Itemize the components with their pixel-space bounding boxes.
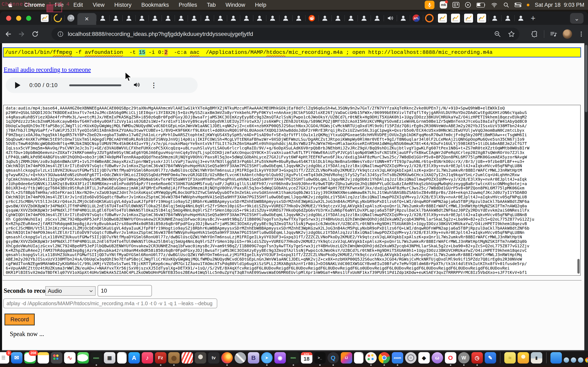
tab-person-17[interactable] — [266, 11, 279, 25]
minimize-window-button[interactable] — [16, 16, 21, 21]
tab-person-15[interactable] — [240, 11, 253, 25]
reload-button[interactable] — [30, 29, 40, 39]
tab-chrome-gray-2[interactable] — [64, 11, 77, 25]
zoom-out-page-icon[interactable] — [494, 30, 502, 38]
close-tab-icon[interactable]: ✕ — [85, 16, 89, 22]
media-type-select[interactable]: Audio — [45, 286, 95, 296]
menu-item-bookmarks[interactable]: Bookmarks — [136, 0, 174, 10]
dock-mini-window-1[interactable] — [564, 358, 569, 363]
dock-apple-tv[interactable]: tv — [208, 352, 219, 364]
dock-mail[interactable]: ✉ — [11, 352, 22, 364]
tab-ring-29[interactable] — [423, 11, 436, 25]
dock-screenshot-preview[interactable]: ▮ — [531, 352, 542, 364]
menu-item-profiles[interactable]: Profiles — [174, 0, 202, 10]
player-overflow-menu[interactable]: ⋮ — [151, 81, 158, 89]
chrome-menu-icon[interactable] — [577, 30, 585, 38]
seconds-input[interactable]: 10 — [98, 285, 152, 296]
tab-person-34[interactable] — [488, 11, 501, 25]
menubar-app-mk-icon[interactable]: mk — [440, 1, 447, 8]
back-button[interactable] — [3, 29, 13, 39]
tab-active-3[interactable]: ✕ — [77, 13, 96, 25]
tab-speaker-26[interactable] — [384, 11, 397, 25]
dock-pixel-art[interactable] — [365, 352, 377, 364]
dock-document-2[interactable] — [354, 352, 363, 364]
tab-person-4[interactable] — [96, 11, 109, 25]
dock-podcasts[interactable]: ◉ — [274, 352, 286, 364]
dock-bbedit[interactable]: B — [248, 352, 259, 364]
tab-person-10[interactable] — [174, 11, 188, 25]
dock-terminal-exec[interactable]: exec — [91, 352, 102, 364]
dock-intellij[interactable]: IJ — [341, 352, 352, 364]
menu-item-help[interactable]: Help — [250, 0, 271, 10]
tab-reddit-20[interactable] — [305, 11, 318, 25]
menu-item-edit[interactable]: Edit — [69, 0, 88, 10]
dock-disabled-cam[interactable] — [234, 352, 246, 364]
omnibox[interactable]: localhost:8888/recording_ideas.php?hgfjg… — [52, 28, 519, 40]
page-scrollbar-thumb[interactable] — [585, 45, 587, 112]
player-seekbar[interactable] — [69, 84, 121, 86]
tab-person-8[interactable] — [148, 11, 162, 25]
dock-safari[interactable]: ➤ — [261, 352, 273, 364]
dock-news[interactable] — [182, 352, 193, 364]
dock-reminders[interactable]: ☰3 — [0, 352, 9, 364]
tab-person-18[interactable] — [279, 11, 292, 25]
tab-person-22[interactable] — [331, 11, 345, 25]
dock-launchpad[interactable] — [51, 352, 62, 364]
tab-person-6[interactable] — [122, 11, 135, 25]
tab-person-9[interactable] — [162, 11, 174, 25]
tab-person-13[interactable] — [214, 11, 227, 25]
control-center-icon[interactable] — [515, 2, 521, 7]
dock-messages[interactable]: 208 — [24, 352, 36, 364]
dock-iphone-mirroring[interactable]: ▦ — [104, 352, 115, 364]
dock-calendar[interactable]: 18APR — [301, 352, 312, 364]
tab-person-25[interactable] — [371, 11, 384, 25]
tab-person-11[interactable] — [188, 11, 201, 25]
dock-lightbulb[interactable] — [518, 352, 529, 364]
media-controls-icon[interactable] — [550, 30, 557, 38]
profile-avatar[interactable] — [563, 29, 572, 39]
url-text[interactable]: localhost:8888/recording_ideas.php?hgfjg… — [68, 31, 253, 37]
site-info-icon[interactable] — [57, 30, 64, 38]
dock-mini-window-2[interactable] — [571, 358, 576, 363]
page-scrollbar[interactable] — [584, 43, 588, 351]
spotlight-icon[interactable] — [503, 2, 509, 8]
fullscreen-window-button[interactable] — [26, 16, 31, 21]
tab-person-23[interactable] — [345, 11, 357, 25]
tab-search-button[interactable]: ⌄ — [570, 13, 584, 24]
dock-briefcase[interactable] — [168, 352, 180, 364]
menu-item-view[interactable]: View — [88, 0, 109, 10]
bookmark-star-icon[interactable] — [508, 30, 515, 38]
volume-icon[interactable] — [133, 81, 140, 89]
recording-mic-indicator[interactable] — [425, 1, 434, 9]
dock-zoom[interactable]: zoom — [392, 352, 403, 364]
tab-person-19[interactable] — [292, 11, 305, 25]
dock-gray-wolf[interactable]: W — [458, 352, 470, 364]
dock-opera[interactable]: O — [445, 352, 456, 364]
dock-purple-pet[interactable]: ω — [432, 352, 443, 364]
menu-item-tab[interactable]: Tab — [202, 0, 221, 10]
dock-stickies[interactable]: ≈ — [504, 352, 516, 364]
menu-item-window[interactable]: Window — [221, 0, 250, 10]
tab-person-7[interactable] — [135, 11, 148, 25]
audio-player[interactable]: 0:00 / 0:10 ⋮ — [6, 77, 198, 93]
dock-document[interactable] — [117, 352, 127, 364]
tab-afl-28[interactable]: AFL — [410, 11, 423, 25]
tab-person-24[interactable] — [357, 11, 371, 25]
tab-person-5[interactable] — [109, 11, 122, 25]
ffmpeg-command-input[interactable]: /usr/local/bin/ffmpeg -f avfoundation -t… — [3, 47, 581, 58]
dock-pen-tool[interactable]: ✎ — [485, 352, 496, 364]
extensions-icon[interactable] — [531, 30, 539, 38]
dock-notes[interactable] — [38, 352, 49, 364]
dock-system-settings[interactable] — [405, 352, 416, 364]
tab-person-35[interactable] — [501, 11, 514, 25]
dock-quicktime[interactable]: Q — [328, 352, 339, 364]
tab-chart-thumb-33[interactable] — [475, 11, 488, 25]
dock-mini-chrome-window[interactable] — [585, 358, 588, 363]
window-manager-icon[interactable] — [452, 2, 459, 8]
base64-textarea[interactable]: data:audio/mp4;base64,AAAAHGZ0eXBNNEEgAA… — [6, 106, 577, 275]
menu-item-history[interactable]: History — [109, 0, 136, 10]
tab-person-16[interactable] — [253, 11, 266, 25]
tab-chart-thumb-31[interactable] — [449, 11, 462, 25]
tab-spinner-1[interactable] — [51, 11, 64, 25]
dock-grapher[interactable]: ∿ — [64, 352, 76, 364]
